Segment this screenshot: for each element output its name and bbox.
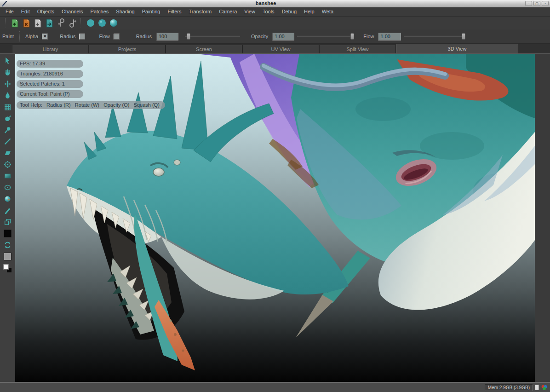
radius-label: Radius bbox=[136, 34, 152, 39]
foreground-color-swatch[interactable] bbox=[2, 228, 13, 239]
radius-slider[interactable] bbox=[185, 33, 240, 40]
tab-3d-view[interactable]: 3D View bbox=[396, 44, 518, 53]
smudge-blob-icon[interactable] bbox=[2, 113, 13, 124]
droplet-icon[interactable] bbox=[2, 90, 13, 101]
projection-p-icon[interactable] bbox=[55, 17, 67, 29]
opacity-label: Opacity bbox=[251, 34, 268, 39]
tab-split-view[interactable]: Split View bbox=[319, 45, 396, 53]
shading-flat-icon[interactable] bbox=[85, 17, 96, 29]
radius-field[interactable]: 100 bbox=[156, 33, 178, 40]
select-cursor-icon[interactable] bbox=[2, 55, 13, 67]
ellipse-select-icon[interactable] bbox=[2, 182, 13, 193]
window-title: banshee bbox=[8, 0, 524, 7]
main-toolbar bbox=[0, 17, 550, 29]
hud-selected-patches: Selected Patches: 1 bbox=[17, 80, 83, 88]
pencil-icon[interactable] bbox=[2, 205, 13, 216]
menu-camera[interactable]: Camera bbox=[215, 7, 241, 16]
background-color-swatch[interactable] bbox=[2, 251, 13, 262]
menu-help[interactable]: Help bbox=[300, 7, 318, 16]
close-project-icon[interactable] bbox=[21, 17, 32, 29]
menu-debug[interactable]: Debug bbox=[278, 7, 300, 16]
menu-tools[interactable]: Tools bbox=[259, 7, 278, 16]
menu-file[interactable]: File bbox=[2, 7, 17, 16]
paint-options-bar: Paint Alpha ✕ Radius Flow Radius 100 Opa… bbox=[0, 29, 550, 44]
view-tab-bar: Library Projects Screen UV View Split Vi… bbox=[0, 44, 550, 54]
menu-transform[interactable]: Transform bbox=[185, 7, 215, 16]
main-area: FPS: 17.39 Triangles: 2180916 Selected P… bbox=[0, 54, 550, 382]
flow-toggle-label: Flow bbox=[99, 34, 109, 39]
radius-toggle-label: Radius bbox=[60, 34, 75, 39]
status-bar: Mem 2.9GB (3.9GB) bbox=[0, 383, 550, 392]
sphere-paint-icon[interactable] bbox=[2, 193, 13, 205]
flow-slider[interactable] bbox=[404, 33, 465, 40]
swap-colors-icon[interactable] bbox=[2, 239, 13, 251]
curve-d-icon[interactable] bbox=[67, 17, 78, 29]
mesh-grid-icon[interactable] bbox=[2, 101, 13, 113]
close-button[interactable]: × bbox=[542, 1, 549, 6]
tab-screen[interactable]: Screen bbox=[166, 45, 242, 53]
hud-overlay: FPS: 17.39 Triangles: 2180916 Selected P… bbox=[17, 60, 165, 111]
line-icon[interactable] bbox=[2, 136, 13, 147]
radius-checkbox[interactable] bbox=[79, 34, 85, 40]
app-icon bbox=[1, 1, 8, 6]
export-project-icon[interactable] bbox=[44, 17, 55, 29]
tab-uv-view[interactable]: UV View bbox=[242, 45, 319, 53]
menu-view[interactable]: View bbox=[241, 7, 259, 16]
paintbar-separator bbox=[19, 31, 21, 41]
opacity-field[interactable]: 1.00 bbox=[272, 33, 294, 40]
hud-triangles: Triangles: 2180916 bbox=[17, 70, 83, 78]
flow-checkbox[interactable] bbox=[114, 34, 120, 40]
menu-patches[interactable]: Patches bbox=[87, 7, 113, 16]
marquee-rect-icon[interactable] bbox=[2, 170, 13, 182]
copy-patch-icon[interactable] bbox=[2, 216, 13, 228]
shading-full-icon[interactable] bbox=[108, 17, 119, 29]
opacity-slider[interactable] bbox=[297, 33, 354, 40]
rgb-color-icon[interactable] bbox=[541, 385, 548, 391]
alpha-checkbox[interactable]: ✕ bbox=[42, 34, 48, 40]
pin-icon[interactable] bbox=[2, 124, 13, 136]
new-project-icon[interactable] bbox=[9, 17, 21, 29]
hud-tool-help: Tool Help: Radius (R) Rotate (W) Opacity… bbox=[17, 101, 165, 109]
move-icon[interactable] bbox=[2, 78, 13, 90]
toolbar-separator bbox=[5, 18, 7, 28]
flow-field[interactable]: 1.00 bbox=[378, 33, 401, 40]
eraser-icon[interactable] bbox=[2, 147, 13, 159]
title-bar: banshee – ▢ × bbox=[0, 0, 550, 7]
menu-bar: File Edit Objects Channels Patches Shadi… bbox=[0, 7, 550, 17]
menu-shading[interactable]: Shading bbox=[112, 7, 138, 16]
menu-filters[interactable]: Filters bbox=[164, 7, 185, 16]
tab-library[interactable]: Library bbox=[12, 45, 89, 53]
shading-basic-icon[interactable] bbox=[96, 17, 108, 29]
hud-current-tool: Current Tool: Paint (P) bbox=[17, 90, 83, 98]
minimize-button[interactable]: – bbox=[525, 1, 532, 6]
toolbar-separator bbox=[80, 18, 82, 28]
tab-projects[interactable]: Projects bbox=[89, 45, 166, 53]
status-swatch bbox=[535, 385, 539, 390]
menu-weta[interactable]: Weta bbox=[318, 7, 337, 16]
menu-edit[interactable]: Edit bbox=[17, 7, 34, 16]
hud-fps: FPS: 17.39 bbox=[17, 60, 83, 68]
pan-hand-icon[interactable] bbox=[2, 67, 13, 78]
fg-bg-swatches[interactable] bbox=[2, 262, 13, 274]
clone-circle-icon[interactable] bbox=[2, 159, 13, 170]
app-window: banshee – ▢ × File Edit Objects Channels… bbox=[0, 0, 550, 392]
menu-objects[interactable]: Objects bbox=[34, 7, 58, 16]
3d-viewport[interactable]: FPS: 17.39 Triangles: 2180916 Selected P… bbox=[15, 54, 535, 382]
flow-label: Flow bbox=[363, 34, 374, 39]
save-project-icon[interactable] bbox=[32, 17, 44, 29]
memory-indicator: Mem 2.9GB (3.9GB) bbox=[485, 384, 533, 391]
maximize-button[interactable]: ▢ bbox=[533, 1, 540, 6]
tool-column bbox=[0, 54, 15, 382]
menu-painting[interactable]: Painting bbox=[138, 7, 164, 16]
right-margin-strip bbox=[535, 54, 550, 382]
menu-channels[interactable]: Channels bbox=[58, 7, 87, 16]
alpha-label: Alpha bbox=[25, 34, 38, 39]
current-tool-label: Paint bbox=[2, 34, 14, 39]
